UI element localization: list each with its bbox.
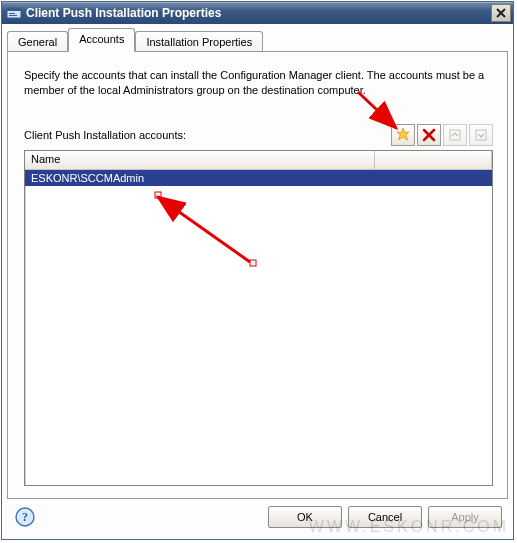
help-button[interactable]: ? [15,507,35,527]
tab-accounts[interactable]: Accounts [68,28,135,52]
close-icon [496,8,506,18]
tab-installation-properties[interactable]: Installation Properties [135,31,263,52]
window-title: Client Push Installation Properties [26,6,491,20]
svg-rect-1 [7,8,21,11]
tab-general[interactable]: General [7,31,68,52]
svg-text:?: ? [22,510,28,524]
dialog-body: General Accounts Installation Properties… [2,24,513,539]
dialog-button-row: ? OK Cancel Apply [7,499,508,535]
add-account-button[interactable] [391,124,415,146]
svg-rect-2 [9,13,15,14]
svg-rect-3 [9,15,17,16]
svg-rect-10 [476,130,486,140]
svg-marker-6 [397,128,409,140]
list-header: Name [25,151,492,170]
tab-content-accounts: Specify the accounts that can install th… [7,51,508,499]
dialog-window: Client Push Installation Properties Gene… [1,1,514,540]
accounts-toolbar [391,124,493,146]
app-icon [6,5,22,21]
delete-x-icon [422,128,436,142]
tab-strip: General Accounts Installation Properties [7,29,508,51]
account-name-cell: ESKONR\SCCMAdmin [25,171,375,185]
move-down-icon [474,128,488,142]
accounts-label: Client Push Installation accounts: [24,129,186,141]
svg-rect-9 [450,130,460,140]
move-up-icon [448,128,462,142]
delete-account-button[interactable] [417,124,441,146]
accounts-listview[interactable]: Name ESKONR\SCCMAdmin [24,150,493,486]
apply-button[interactable]: Apply [428,506,502,528]
accounts-header-row: Client Push Installation accounts: [24,124,493,146]
table-row[interactable]: ESKONR\SCCMAdmin [25,170,492,186]
close-button[interactable] [491,4,511,22]
list-body: ESKONR\SCCMAdmin [25,170,492,485]
column-header-blank[interactable] [375,151,492,169]
ok-button[interactable]: OK [268,506,342,528]
titlebar: Client Push Installation Properties [2,2,513,24]
cancel-button[interactable]: Cancel [348,506,422,528]
move-down-button[interactable] [469,124,493,146]
move-up-button[interactable] [443,124,467,146]
help-icon: ? [15,507,35,527]
column-header-name[interactable]: Name [25,151,375,169]
new-star-icon [395,127,411,143]
description-text: Specify the accounts that can install th… [24,68,493,98]
